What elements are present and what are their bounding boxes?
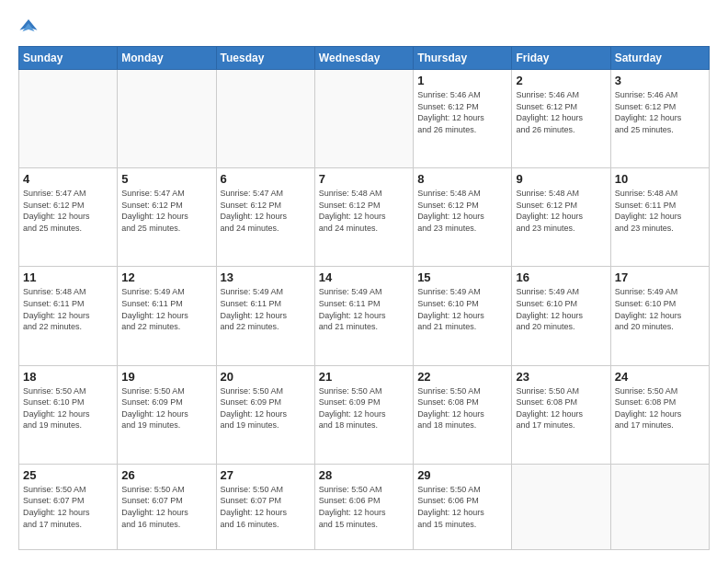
calendar-cell: 27Sunrise: 5:50 AM Sunset: 6:07 PM Dayli… — [216, 464, 314, 549]
day-number: 16 — [516, 270, 606, 284]
day-info: Sunrise: 5:48 AM Sunset: 6:12 PM Dayligh… — [319, 188, 409, 234]
calendar-cell: 29Sunrise: 5:50 AM Sunset: 6:06 PM Dayli… — [414, 464, 512, 549]
calendar-cell: 10Sunrise: 5:48 AM Sunset: 6:11 PM Dayli… — [610, 168, 709, 267]
calendar-cell: 15Sunrise: 5:49 AM Sunset: 6:10 PM Dayli… — [414, 267, 512, 365]
day-number: 1 — [417, 74, 507, 87]
weekday-header-saturday: Saturday — [610, 47, 709, 70]
day-number: 18 — [23, 370, 113, 384]
weekday-header-monday: Monday — [118, 47, 216, 70]
day-info: Sunrise: 5:47 AM Sunset: 6:12 PM Dayligh… — [23, 188, 113, 234]
calendar-cell: 8Sunrise: 5:48 AM Sunset: 6:12 PM Daylig… — [414, 168, 512, 267]
calendar-cell — [118, 70, 216, 168]
page: SundayMondayTuesdayWednesdayThursdayFrid… — [0, 0, 728, 563]
day-info: Sunrise: 5:49 AM Sunset: 6:10 PM Dayligh… — [615, 286, 705, 332]
day-info: Sunrise: 5:50 AM Sunset: 6:10 PM Dayligh… — [23, 385, 113, 431]
weekday-header-tuesday: Tuesday — [216, 47, 314, 70]
day-info: Sunrise: 5:48 AM Sunset: 6:11 PM Dayligh… — [615, 188, 705, 234]
calendar-cell: 18Sunrise: 5:50 AM Sunset: 6:10 PM Dayli… — [19, 365, 118, 464]
weekday-header-wednesday: Wednesday — [314, 47, 413, 70]
calendar-cell — [512, 464, 610, 549]
calendar-cell — [610, 464, 709, 549]
day-info: Sunrise: 5:50 AM Sunset: 6:09 PM Dayligh… — [221, 385, 311, 431]
day-info: Sunrise: 5:49 AM Sunset: 6:10 PM Dayligh… — [516, 286, 606, 332]
day-number: 15 — [417, 270, 507, 284]
day-info: Sunrise: 5:50 AM Sunset: 6:08 PM Dayligh… — [417, 385, 507, 431]
day-info: Sunrise: 5:49 AM Sunset: 6:11 PM Dayligh… — [121, 286, 211, 332]
day-info: Sunrise: 5:50 AM Sunset: 6:07 PM Dayligh… — [121, 484, 211, 530]
day-number: 6 — [221, 172, 311, 186]
calendar-cell: 6Sunrise: 5:47 AM Sunset: 6:12 PM Daylig… — [216, 168, 314, 267]
calendar-cell: 28Sunrise: 5:50 AM Sunset: 6:06 PM Dayli… — [314, 464, 413, 549]
calendar-cell: 13Sunrise: 5:49 AM Sunset: 6:11 PM Dayli… — [216, 267, 314, 365]
logo — [18, 17, 42, 37]
weekday-header-sunday: Sunday — [19, 47, 118, 70]
day-info: Sunrise: 5:50 AM Sunset: 6:08 PM Dayligh… — [615, 385, 705, 431]
calendar-cell: 16Sunrise: 5:49 AM Sunset: 6:10 PM Dayli… — [512, 267, 610, 365]
logo-icon — [18, 17, 39, 37]
day-info: Sunrise: 5:49 AM Sunset: 6:10 PM Dayligh… — [417, 286, 507, 332]
calendar-cell: 5Sunrise: 5:47 AM Sunset: 6:12 PM Daylig… — [118, 168, 216, 267]
calendar-cell: 23Sunrise: 5:50 AM Sunset: 6:08 PM Dayli… — [512, 365, 610, 464]
calendar-cell: 26Sunrise: 5:50 AM Sunset: 6:07 PM Dayli… — [118, 464, 216, 549]
day-info: Sunrise: 5:49 AM Sunset: 6:11 PM Dayligh… — [221, 286, 311, 332]
day-number: 5 — [121, 172, 211, 186]
calendar-cell: 7Sunrise: 5:48 AM Sunset: 6:12 PM Daylig… — [314, 168, 413, 267]
day-info: Sunrise: 5:49 AM Sunset: 6:11 PM Dayligh… — [319, 286, 409, 332]
calendar-cell: 2Sunrise: 5:46 AM Sunset: 6:12 PM Daylig… — [512, 70, 610, 168]
calendar-table: SundayMondayTuesdayWednesdayThursdayFrid… — [18, 46, 710, 550]
week-row-3: 18Sunrise: 5:50 AM Sunset: 6:10 PM Dayli… — [19, 365, 710, 464]
day-info: Sunrise: 5:50 AM Sunset: 6:06 PM Dayligh… — [319, 484, 409, 530]
day-number: 21 — [319, 370, 409, 384]
day-number: 20 — [221, 370, 311, 384]
day-number: 17 — [615, 270, 705, 284]
calendar-cell: 14Sunrise: 5:49 AM Sunset: 6:11 PM Dayli… — [314, 267, 413, 365]
calendar-cell: 25Sunrise: 5:50 AM Sunset: 6:07 PM Dayli… — [19, 464, 118, 549]
calendar-cell: 22Sunrise: 5:50 AM Sunset: 6:08 PM Dayli… — [414, 365, 512, 464]
day-number: 13 — [221, 270, 311, 284]
week-row-1: 4Sunrise: 5:47 AM Sunset: 6:12 PM Daylig… — [19, 168, 710, 267]
calendar-cell: 12Sunrise: 5:49 AM Sunset: 6:11 PM Dayli… — [118, 267, 216, 365]
calendar-cell: 4Sunrise: 5:47 AM Sunset: 6:12 PM Daylig… — [19, 168, 118, 267]
day-number: 7 — [319, 172, 409, 186]
day-number: 11 — [23, 270, 113, 284]
calendar-cell: 17Sunrise: 5:49 AM Sunset: 6:10 PM Dayli… — [610, 267, 709, 365]
week-row-4: 25Sunrise: 5:50 AM Sunset: 6:07 PM Dayli… — [19, 464, 710, 549]
week-row-0: 1Sunrise: 5:46 AM Sunset: 6:12 PM Daylig… — [19, 70, 710, 168]
day-number: 28 — [319, 468, 409, 482]
calendar-cell: 21Sunrise: 5:50 AM Sunset: 6:09 PM Dayli… — [314, 365, 413, 464]
calendar-cell — [314, 70, 413, 168]
day-info: Sunrise: 5:47 AM Sunset: 6:12 PM Dayligh… — [121, 188, 211, 234]
day-info: Sunrise: 5:46 AM Sunset: 6:12 PM Dayligh… — [615, 89, 705, 135]
day-number: 10 — [615, 172, 705, 186]
day-number: 12 — [121, 270, 211, 284]
day-number: 14 — [319, 270, 409, 284]
day-number: 23 — [516, 370, 606, 384]
day-info: Sunrise: 5:50 AM Sunset: 6:07 PM Dayligh… — [23, 484, 113, 530]
weekday-header-thursday: Thursday — [414, 47, 512, 70]
day-info: Sunrise: 5:50 AM Sunset: 6:08 PM Dayligh… — [516, 385, 606, 431]
day-number: 24 — [615, 370, 705, 384]
calendar-cell: 19Sunrise: 5:50 AM Sunset: 6:09 PM Dayli… — [118, 365, 216, 464]
day-info: Sunrise: 5:48 AM Sunset: 6:11 PM Dayligh… — [23, 286, 113, 332]
calendar-cell: 24Sunrise: 5:50 AM Sunset: 6:08 PM Dayli… — [610, 365, 709, 464]
header — [18, 17, 710, 37]
day-number: 22 — [417, 370, 507, 384]
calendar-cell: 20Sunrise: 5:50 AM Sunset: 6:09 PM Dayli… — [216, 365, 314, 464]
day-info: Sunrise: 5:46 AM Sunset: 6:12 PM Dayligh… — [417, 89, 507, 135]
day-info: Sunrise: 5:50 AM Sunset: 6:09 PM Dayligh… — [319, 385, 409, 431]
weekday-header-friday: Friday — [512, 47, 610, 70]
day-info: Sunrise: 5:46 AM Sunset: 6:12 PM Dayligh… — [516, 89, 606, 135]
calendar-cell: 1Sunrise: 5:46 AM Sunset: 6:12 PM Daylig… — [414, 70, 512, 168]
day-number: 19 — [121, 370, 211, 384]
day-number: 27 — [221, 468, 311, 482]
day-number: 29 — [417, 468, 507, 482]
day-number: 9 — [516, 172, 606, 186]
day-number: 3 — [615, 74, 705, 87]
day-number: 26 — [121, 468, 211, 482]
calendar-cell: 9Sunrise: 5:48 AM Sunset: 6:12 PM Daylig… — [512, 168, 610, 267]
day-number: 8 — [417, 172, 507, 186]
day-number: 2 — [516, 74, 606, 87]
day-info: Sunrise: 5:47 AM Sunset: 6:12 PM Dayligh… — [221, 188, 311, 234]
weekday-header-row: SundayMondayTuesdayWednesdayThursdayFrid… — [19, 47, 710, 70]
calendar-cell — [216, 70, 314, 168]
